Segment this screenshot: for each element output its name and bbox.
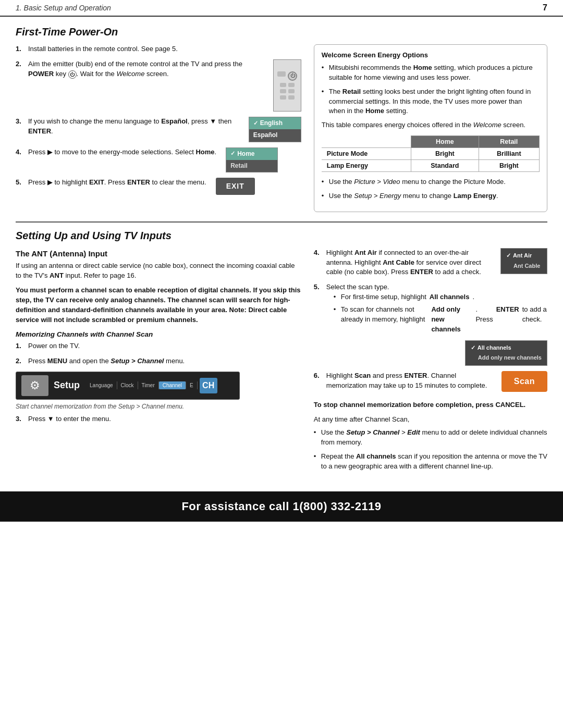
ant-bold: ANT [50, 272, 64, 279]
picture-mode-home: Bright [411, 148, 479, 160]
ant-air-option: ✓ Ant Air [506, 251, 542, 261]
menu-bold: MENU [47, 357, 67, 365]
lamp-energy-bold: Lamp Energy [454, 192, 496, 200]
step-5-text: Press ▶ to highlight EXIT. Press ENTER t… [28, 178, 206, 188]
setup-energy-italic: Setup > Energy [354, 192, 401, 200]
right-step-5: 5. Select the scan type. For first-time … [314, 282, 547, 366]
step-1-num: 1. [16, 44, 25, 54]
all-channels-bold-2: All channels [356, 452, 396, 460]
add-only-bold: Add only new channels [431, 305, 472, 335]
energy-bullet-2: The Retail setting looks best under the … [322, 87, 540, 117]
energy-box-title: Welcome Screen Energy Options [322, 51, 540, 59]
setup-tab-language: Language [86, 381, 117, 389]
home-retail-menu-image: ✓ Home Retail [226, 147, 278, 173]
home-bold-2: Home [365, 107, 384, 115]
page-footer: For assistance call 1(800) 332-2119 [0, 491, 563, 522]
mem-step-3-num: 3. [16, 414, 25, 424]
section1-title: First-Time Power-On [16, 26, 547, 38]
enter-label-5: ENTER [127, 178, 150, 186]
section1: First-Time Power-On 1. Install batteries… [16, 26, 547, 212]
page-header: 1. Basic Setup and Operation 7 [0, 0, 563, 17]
check-all-icon: ✓ [471, 344, 475, 352]
section1-left-col: 1. Install batteries in the remote contr… [16, 44, 301, 212]
step3-list: 3. Press ▼ to enter the menu. [16, 414, 301, 424]
after-scan-bullets: Use the Setup > Channel > Edit menu to a… [314, 428, 547, 471]
home-option: ✓ Home [226, 148, 277, 160]
setup-caption: Start channel memorization from the Setu… [16, 403, 301, 410]
power-key-label: POWER [28, 70, 54, 78]
ant-menu-image: ✓ Ant Air Ant Cable [500, 248, 547, 274]
mem-step-1-num: 1. [16, 341, 25, 351]
step-3: 3. If you wish to change the menu langua… [16, 117, 301, 142]
scan-type-list: For first-time setup, highlight All chan… [326, 292, 547, 334]
exit-label: EXIT [89, 178, 104, 186]
remote-control-image: ⏻ [273, 59, 301, 112]
espanol-label2: Español [253, 131, 278, 140]
check-home-icon: ✓ [230, 150, 235, 158]
ant-air-label: Ant Air [513, 252, 532, 260]
step-2-text: Aim the emitter (bulb) end of the remote… [28, 59, 263, 79]
after-scan-intro: At any time after Channel Scan, [314, 415, 547, 425]
enter-label-3: ENTER [28, 127, 51, 135]
setup-menu-image: ⚙ Setup Language Clock Timer Channel E C… [16, 372, 240, 400]
ant-warning-text: You must perform a channel scan to enabl… [16, 286, 301, 325]
remote-btn-4 [280, 89, 286, 93]
home-label: Home [195, 148, 214, 156]
right-step-4: 4. ✓ Ant Air [314, 248, 547, 278]
setup-tab-channel: Channel [159, 381, 186, 389]
energy-bullets: Mitsubishi recommends the Home setting, … [322, 63, 540, 116]
setup-tab-clock: Clock [117, 381, 138, 389]
ant-air-bold: Ant Air [354, 249, 377, 256]
footer-text: For assistance call 1(800) 332-2119 [181, 500, 381, 513]
lamp-energy-home: Standard [411, 160, 479, 172]
ant-cable-bold: Ant Cable [383, 258, 414, 266]
table-row-lamp: Lamp Energy Standard Bright [322, 160, 540, 172]
section2: Setting Up and Using TV Inputs The ANT (… [16, 230, 547, 476]
gear-icon: ⚙ [30, 379, 40, 392]
empty-header [322, 136, 411, 148]
picture-mode-label: Picture Mode [322, 148, 411, 160]
step-2: 2. Aim the emitter (bulb) end of the rem… [16, 59, 301, 112]
extra-bullets: Use the Picture > Video menu to change t… [322, 177, 540, 201]
right-step-5-content: Select the scan type. For first-time set… [326, 282, 547, 366]
section2-title: Setting Up and Using TV Inputs [16, 230, 547, 242]
ant-cable-option: Ant Cable [506, 261, 542, 272]
espanol-option: Español [249, 129, 301, 141]
mem-step-2-content: Press MENU and open the Setup > Channel … [28, 356, 301, 366]
scan-bold: Scan [354, 372, 371, 379]
english-option: ✓ English [249, 117, 301, 129]
section2-two-col: The ANT (Antenna) Input If using an ante… [16, 248, 547, 476]
right-step-6-content: Scan Highlight Scan and press ENTER. Cha… [326, 371, 547, 391]
step-3-num: 3. [16, 117, 25, 127]
remote-btn-7 [288, 95, 295, 100]
enter-label-4: ENTER [410, 268, 433, 276]
memorize-step-2: 2. Press MENU and open the Setup > Chann… [16, 356, 301, 366]
energy-options-box: Welcome Screen Energy Options Mitsubishi… [314, 44, 547, 212]
setup-tabs: Language Clock Timer Channel E CH [86, 378, 234, 393]
right-step-6: 6. Scan Highlight Scan and press ENTER. … [314, 371, 547, 391]
power-icon: ⏻ [68, 70, 77, 79]
extra-bullet-2: Use the Setup > Energy menu to change La… [322, 191, 540, 201]
setup-icon-box: ⚙ [21, 375, 48, 396]
add-only-option: Add only new channels [471, 353, 542, 363]
scan-button[interactable]: Scan [501, 371, 547, 391]
setup-tab-timer: Timer [138, 381, 159, 389]
step-2-num: 2. [16, 59, 25, 69]
exit-button-image: EXIT [216, 178, 255, 194]
check-icon: ✓ [253, 119, 258, 128]
remote-btn-5 [288, 89, 295, 93]
home-option-label: Home [237, 150, 254, 158]
section1-right-col: Welcome Screen Energy Options Mitsubishi… [314, 44, 547, 212]
remote-btn-3 [288, 83, 295, 87]
page-content: First-Time Power-On 1. Install batteries… [0, 17, 563, 481]
extra-bullet-1: Use the Picture > Video menu to change t… [322, 177, 540, 187]
remote-btn-6 [280, 95, 286, 100]
retail-option: Retail [226, 160, 277, 172]
all-channels-option: ✓ All channels [471, 343, 542, 353]
check-ant-icon: ✓ [506, 252, 511, 260]
step4-container: ✓ Ant Air Ant Cable Highlight [326, 248, 547, 278]
all-channels-bold: All channels [430, 292, 470, 302]
channels-menu-image: ✓ All channels Add only new channels [465, 340, 547, 366]
step-2-content: Aim the emitter (bulb) end of the remote… [28, 59, 301, 112]
setup-channel-edit-italic: Setup > Channel > Edit [346, 428, 420, 436]
